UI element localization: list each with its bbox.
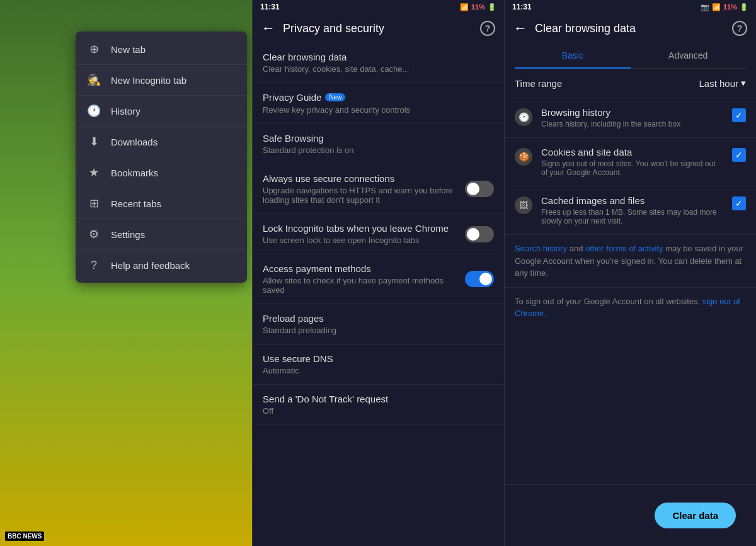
- time-3: 11:31: [512, 3, 532, 11]
- image-icon: 🖼: [515, 196, 532, 214]
- new-badge: New: [325, 93, 345, 101]
- preload-label: Preload pages: [263, 313, 494, 324]
- lock-incognito-sub: Use screen lock to see open Incognito ta…: [263, 236, 457, 245]
- menu-label-recent-tabs: Recent tabs: [111, 198, 161, 209]
- settings-item-preload-pages[interactable]: Preload pages Standard preloading: [253, 304, 504, 344]
- toggle-knob-3: [479, 273, 492, 285]
- browsing-history-title: Browsing history: [541, 107, 723, 118]
- downloads-icon: ⬇: [87, 135, 101, 149]
- clear-browsing-header: ← Clear browsing data ?: [505, 14, 756, 43]
- clear-browsing-label: Clear browsing data: [263, 52, 494, 62]
- checkbox-cookies[interactable]: 🍪 Cookies and site data Signs you out of…: [505, 138, 756, 186]
- cookies-sub: Signs you out of most sites. You won't b…: [541, 159, 723, 177]
- other-forms-link[interactable]: other forms of activity: [585, 244, 663, 253]
- panel-privacy-security: 11:31 📶 11% 🔋 ← Privacy and security ? C…: [252, 0, 504, 546]
- history-circle-icon: 🕐: [515, 108, 532, 126]
- checkbox-browsing-history[interactable]: 🕐 Browsing history Clears history, inclu…: [505, 98, 756, 138]
- safe-browsing-sub: Standard protection is on: [263, 145, 494, 155]
- menu-item-incognito[interactable]: 🕵 New Incognito tab: [76, 65, 247, 96]
- cookie-icon: 🍪: [515, 148, 532, 166]
- history-icon: 🕐: [87, 104, 101, 118]
- clear-data-button[interactable]: Clear data: [655, 503, 736, 528]
- settings-icon: ⚙: [87, 227, 101, 241]
- battery-icon-3: 🔋: [740, 3, 748, 11]
- secure-dns-label: Use secure DNS: [263, 353, 494, 364]
- bookmarks-icon: ★: [87, 166, 101, 179]
- settings-item-lock-incognito[interactable]: Lock Incognito tabs when you leave Chrom…: [253, 214, 504, 254]
- battery-icon-2: 🔋: [488, 3, 496, 11]
- settings-item-secure-dns[interactable]: Use secure DNS Automatic: [253, 344, 504, 385]
- panel-chrome-home: 11:28 📶 📶 12% 🔋 A Search or typ Facebook…: [0, 0, 252, 546]
- tab-advanced[interactable]: Advanced: [631, 43, 747, 68]
- preload-sub: Standard preloading: [263, 326, 494, 335]
- checkbox-browsing-history-box[interactable]: ✓: [732, 108, 746, 122]
- checkbox-cached[interactable]: 🖼 Cached images and files Frees up less …: [505, 186, 756, 235]
- cached-sub: Frees up less than 1 MB. Some sites may …: [541, 208, 723, 225]
- time-range-value: Last hour: [699, 78, 738, 89]
- help-circle-icon-3[interactable]: ?: [732, 21, 747, 36]
- tab-basic[interactable]: Basic: [515, 43, 631, 68]
- help-icon-menu: ?: [87, 258, 101, 272]
- new-tab-icon: ⊕: [87, 42, 101, 56]
- browsing-history-sub: Clears history, including in the search …: [541, 120, 723, 128]
- back-button-3[interactable]: ←: [513, 20, 527, 37]
- camera-icon: 📷: [701, 3, 709, 11]
- menu-label-help: Help and feedback: [111, 260, 190, 271]
- time-range-row[interactable]: Time range Last hour ▾: [505, 69, 756, 98]
- safe-browsing-label: Safe Browsing: [263, 133, 494, 144]
- browsing-history-text: Browsing history Clears history, includi…: [541, 107, 723, 128]
- payment-methods-sub: Allow sites to check if you have payment…: [263, 276, 457, 295]
- info-text: Search history and other forms of activi…: [505, 235, 756, 288]
- cookies-title: Cookies and site data: [541, 147, 723, 157]
- menu-item-recent-tabs[interactable]: ⊞ Recent tabs: [76, 188, 247, 219]
- privacy-title: Privacy and security: [283, 22, 472, 35]
- checkbox-cached-box[interactable]: ✓: [732, 196, 746, 210]
- secure-conn-toggle[interactable]: [465, 181, 494, 197]
- checkbox-cookies-box[interactable]: ✓: [732, 148, 746, 162]
- menu-item-bookmarks[interactable]: ★ Bookmarks: [76, 157, 247, 188]
- secure-dns-sub: Automatic: [263, 366, 494, 375]
- chevron-down-icon: ▾: [741, 77, 746, 89]
- cookies-text: Cookies and site data Signs you out of m…: [541, 147, 723, 177]
- settings-list: Clear browsing data Clear history, cooki…: [253, 43, 504, 425]
- menu-item-history[interactable]: 🕐 History: [76, 96, 247, 127]
- settings-item-secure-connections[interactable]: Always use secure connections Upgrade na…: [253, 164, 504, 214]
- panel3-content: Time range Last hour ▾ 🕐 Browsing histor…: [505, 69, 756, 484]
- settings-item-payment-methods[interactable]: Access payment methods Allow sites to ch…: [253, 254, 504, 304]
- search-history-link[interactable]: Search history: [515, 244, 567, 253]
- settings-item-clear-browsing[interactable]: Clear browsing data Clear history, cooki…: [253, 43, 504, 83]
- recent-tabs-icon: ⊞: [87, 196, 101, 210]
- panel-clear-browsing: 11:31 📷 📶 11% 🔋 ← Clear browsing data ? …: [504, 0, 756, 546]
- clear-browsing-sub: Clear history, cookies, site data, cache…: [263, 64, 494, 74]
- menu-item-new-tab[interactable]: ⊕ New tab: [76, 34, 247, 65]
- time-range-label: Time range: [515, 78, 562, 89]
- menu-item-settings[interactable]: ⚙ Settings: [76, 219, 247, 250]
- time-2: 11:31: [260, 3, 280, 11]
- help-circle-icon[interactable]: ?: [480, 21, 495, 36]
- privacy-guide-sub: Review key privacy and security controls: [263, 105, 494, 115]
- toggle-knob-2: [467, 228, 479, 241]
- back-button-2[interactable]: ←: [261, 20, 275, 37]
- settings-item-safe-browsing[interactable]: Safe Browsing Standard protection is on: [253, 124, 504, 164]
- sign-out-text: To sign out of your Google Account on al…: [505, 288, 756, 327]
- settings-item-do-not-track[interactable]: Send a 'Do Not Track' request Off: [253, 385, 504, 425]
- secure-conn-label: Always use secure connections: [263, 173, 457, 184]
- status-icons-2: 📶 11% 🔋: [460, 3, 496, 11]
- payment-methods-toggle[interactable]: [465, 271, 494, 287]
- time-range-select[interactable]: Last hour ▾: [699, 77, 746, 89]
- menu-label-bookmarks: Bookmarks: [111, 168, 158, 178]
- cached-title: Cached images and files: [541, 195, 723, 206]
- privacy-header: ← Privacy and security ?: [253, 14, 504, 43]
- lock-incognito-toggle[interactable]: [465, 226, 494, 242]
- checkmark-2: ✓: [735, 150, 743, 160]
- menu-item-help[interactable]: ? Help and feedback: [76, 250, 247, 280]
- dnt-label: Send a 'Do Not Track' request: [263, 394, 494, 404]
- battery-2: 11%: [471, 3, 485, 11]
- settings-item-privacy-guide[interactable]: Privacy Guide New Review key privacy and…: [253, 83, 504, 124]
- lock-incognito-label: Lock Incognito tabs when you leave Chrom…: [263, 223, 457, 234]
- panel3-footer: Clear data: [505, 484, 756, 546]
- tabs-row: Basic Advanced: [515, 43, 746, 69]
- menu-item-downloads[interactable]: ⬇ Downloads: [76, 127, 247, 157]
- checkmark-1: ✓: [735, 110, 743, 120]
- menu-label-settings: Settings: [111, 229, 145, 240]
